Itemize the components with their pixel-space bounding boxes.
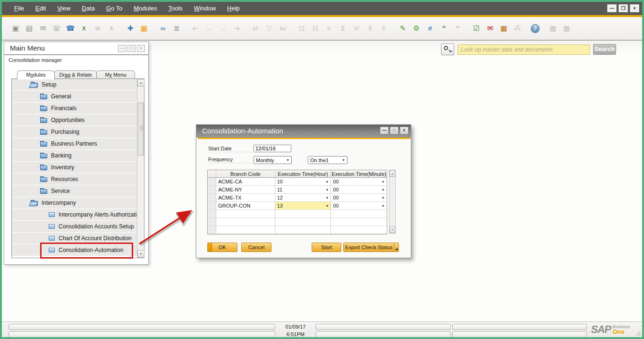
start-date-input[interactable] [254,145,291,152]
scroll-up-button[interactable]: ▲ [390,170,395,177]
branch-code-cell[interactable]: ACME-TX [216,194,275,202]
frequency-dropdown[interactable]: Monthly ▼ [254,156,292,164]
execution-minute-cell[interactable] [331,218,387,226]
tree-item-general[interactable]: General [12,91,137,103]
window-restore-button[interactable]: ❐ [619,4,628,12]
export-excel-icon[interactable]: X [78,23,90,34]
execution-minute-cell[interactable]: 00▼ [331,186,387,194]
window-minimize-button[interactable]: — [607,4,617,12]
menu-view[interactable]: View [51,2,76,15]
checklist-icon[interactable]: ☑ [471,23,482,34]
tree-item-setup[interactable]: Setup [12,79,137,91]
row-selector-cell[interactable] [208,218,216,226]
branch-code-cell[interactable]: ACME-NY [216,186,275,194]
start-button[interactable]: Start [312,243,341,252]
tab-my-menu[interactable]: My Menu [96,70,135,79]
row-selector-cell[interactable] [208,202,216,210]
panel-maximize-button[interactable]: □ [127,45,136,52]
sms-icon[interactable]: ☏ [51,23,62,34]
ok-button[interactable]: OK [207,243,237,252]
execution-hour-cell[interactable] [275,218,331,226]
menu-help[interactable]: Help [221,2,246,15]
search-button[interactable]: Search [593,44,616,55]
on-the-dropdown[interactable]: On the1 ▼ [308,156,347,164]
menu-data[interactable]: Data [76,2,100,15]
execution-hour-cell[interactable]: 10▼ [275,178,331,186]
print-preview-icon[interactable]: ▣ [10,23,21,34]
scrollbar-thumb[interactable] [138,103,144,156]
resize-grip[interactable] [635,330,641,336]
folder-open-icon [31,201,38,206]
tree-item-service[interactable]: Service [12,185,137,197]
tree-item-inventory[interactable]: Inventory [12,162,137,174]
dialog-maximize-button[interactable]: □ [390,127,398,134]
menu-go-to[interactable]: Go To [101,2,128,15]
find-icon[interactable]: ∞ [157,23,169,34]
tree-item-intercompany[interactable]: Intercompany [12,197,137,209]
print-icon[interactable]: ▤ [24,23,35,34]
row-selector-cell[interactable] [208,186,216,194]
execution-hour-cell[interactable]: 12▼ [275,194,331,202]
tree-item-consolidation-accounts-setup[interactable]: Consolidation Accounts Setup [12,221,137,233]
submenu-corner-icon [394,243,398,252]
search-input[interactable] [458,44,590,55]
panel-close-button[interactable]: × [137,45,145,52]
tree-item-business-partners[interactable]: Business Partners [12,138,137,150]
window-close-button[interactable]: × [630,4,639,12]
dialog-minimize-button[interactable]: — [380,127,389,134]
fax-icon[interactable]: ☎ [65,23,76,34]
branch-code-cell[interactable] [216,210,275,218]
menu-modules[interactable]: Modules [128,2,162,15]
scroll-up-button[interactable]: ▲ [137,79,144,87]
table-scrollbar[interactable]: ▲ ▼ [389,170,396,234]
execution-hour-cell[interactable]: 11▼ [275,186,331,194]
execution-hour-cell[interactable] [275,210,331,218]
lock-screen-icon[interactable]: ▦ [138,23,150,34]
chevron-down-icon: ▼ [325,204,329,208]
tree-item-opportunities[interactable]: Opportunities [12,114,137,126]
execution-minute-cell[interactable]: 00▼ [331,194,387,202]
search-magnifier-button[interactable]: ▼ [441,43,454,55]
tab-modules[interactable]: Modules [17,70,55,79]
dialog-close-button[interactable]: × [400,127,408,134]
execution-hour-cell[interactable]: 13▼ [275,202,331,210]
execution-minute-cell[interactable] [331,210,387,218]
branch-code-cell[interactable] [216,218,275,226]
workflow-envelope-icon[interactable]: ✉ [484,23,496,34]
menu-file[interactable]: File [8,2,30,15]
document-settings-icon[interactable]: ⚙ [411,23,422,34]
navigate-icon[interactable]: ✚ [125,23,136,34]
menu-window[interactable]: Window [188,2,221,15]
menu-edit[interactable]: Edit [30,2,51,15]
database-tools-icon[interactable]: # [424,23,436,34]
message-log-icon[interactable]: ≣ [171,23,182,34]
tree-item-banking[interactable]: Banking [12,150,137,162]
tree-item-financials[interactable]: Financials [12,103,137,114]
row-selector-cell[interactable] [208,194,216,202]
branch-code-cell[interactable]: ACME-CA [216,178,275,186]
cancel-button[interactable]: Cancel [241,243,271,252]
row-selector-cell[interactable] [208,210,216,218]
row-selector-cell[interactable] [208,226,216,234]
calendar-icon[interactable]: ▦ [498,23,509,34]
dialog-titlebar[interactable]: Consolidation-Automation [196,125,411,138]
execution-hour-cell[interactable] [275,226,331,234]
row-selector-cell[interactable] [208,178,216,186]
tree-item-purchasing[interactable]: Purchasing [12,126,137,138]
tree-item-resources[interactable]: Resources [12,174,137,185]
branch-code-cell[interactable]: GROUP-CON [216,202,275,210]
tree-item-intercompany-alerts-authorization[interactable]: Intercompany Alerts Authorization [12,209,137,221]
panel-minimize-button[interactable]: — [118,45,126,52]
analysis-icon[interactable]: ✎ [397,23,408,34]
execution-minute-cell[interactable] [331,226,387,234]
export-check-status-button[interactable]: Export Check Status [343,243,399,252]
scroll-down-button[interactable]: ▼ [390,226,395,233]
execution-minute-cell[interactable]: 00▼ [331,178,387,186]
help-icon[interactable]: ? [531,24,540,33]
branch-code-cell[interactable] [216,226,275,234]
messages-icon[interactable]: ❝ [438,23,449,34]
tab-drag-relate[interactable]: Drag & Relate [54,70,97,79]
execution-minute-cell[interactable]: 00▼ [331,202,387,210]
menu-tools[interactable]: Tools [162,2,188,15]
email-icon[interactable]: ✉ [37,23,49,34]
